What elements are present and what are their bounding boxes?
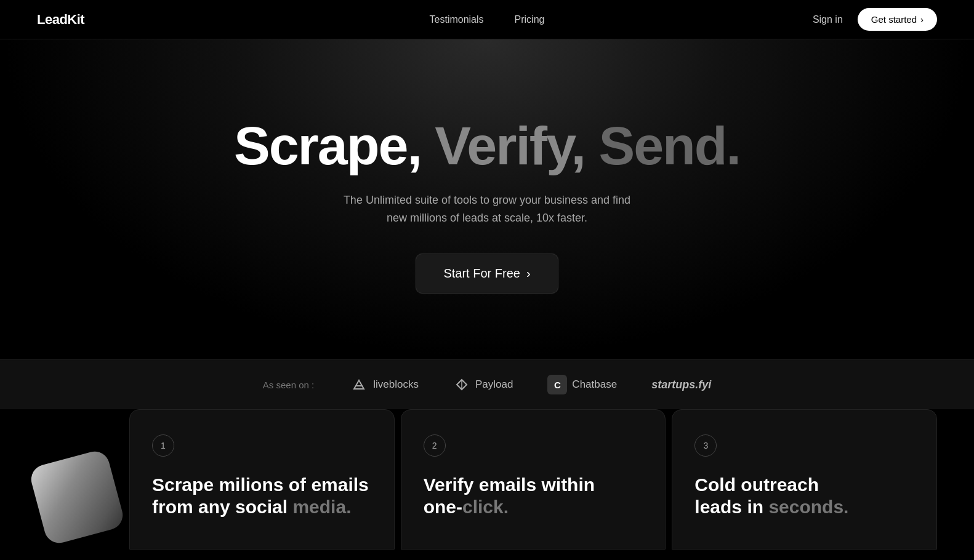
feature-2-line1: Verify emails within <box>424 474 595 495</box>
brand-logos: liveblocks Payload C Chatbase startups.f… <box>351 375 711 394</box>
brand-chatbase: C Chatbase <box>547 375 617 394</box>
as-seen-on-section: As seen on : liveblocks Payload <box>0 359 974 409</box>
chatbase-icon: C <box>547 375 567 394</box>
get-started-button[interactable]: Get started › <box>858 8 937 31</box>
get-started-arrow: › <box>920 14 924 25</box>
as-seen-label: As seen on : <box>263 380 314 390</box>
nav-item-pricing[interactable]: Pricing <box>515 14 545 25</box>
feature-card-3: 3 Cold outreach leads in seconds. <box>672 409 937 550</box>
feature-cards: 1 Scrape milions of emails from any soci… <box>129 409 937 550</box>
liveblocks-label: liveblocks <box>373 378 419 391</box>
brand-liveblocks: liveblocks <box>351 376 419 393</box>
feature-card-2: 2 Verify emails within one-click. <box>401 409 666 550</box>
hero-title-send: Send. <box>598 115 740 176</box>
step-3-circle: 3 <box>694 434 717 457</box>
feature-3-line1: Cold outreach <box>694 474 819 495</box>
brand-startups-fyi: startups.fyi <box>651 378 711 391</box>
feature-3-line2-main: leads in <box>694 497 768 517</box>
svg-marker-0 <box>354 380 364 389</box>
liveblocks-icon <box>351 376 368 393</box>
step-2-circle: 2 <box>424 434 446 457</box>
feature-title-3: Cold outreach leads in seconds. <box>694 474 914 518</box>
nav-links: Testimonials Pricing <box>430 14 545 25</box>
hero-subtitle-line1: The Unlimited suite of tools to grow you… <box>344 194 630 206</box>
feature-3-line2-accent: seconds. <box>768 497 848 517</box>
brand-payload: Payload <box>453 376 513 393</box>
feature-card-1: 1 Scrape milions of emails from any soci… <box>129 409 395 550</box>
feature-1-line2-accent: media. <box>292 497 351 517</box>
hero-title: Scrape, Verify, Send. <box>234 118 740 174</box>
hero-title-verify: Verify, <box>435 115 598 176</box>
hero-subtitle-line2: new millions of leads at scale, 10x fast… <box>387 212 587 224</box>
hero-section: Scrape, Verify, Send. The Unlimited suit… <box>0 39 974 359</box>
navbar: LeadKit Testimonials Pricing Sign in Get… <box>0 0 974 39</box>
nav-actions: Sign in Get started › <box>813 8 937 31</box>
hero-title-scrape: Scrape, <box>234 115 435 176</box>
feature-1-line2-main: from any social <box>152 497 292 517</box>
chatbase-label: Chatbase <box>572 378 617 391</box>
feature-title-2: Verify emails within one-click. <box>424 474 643 518</box>
feature-1-line1: Scrape milions of emails <box>152 474 369 495</box>
feature-2-line2-accent: click. <box>462 497 509 517</box>
payload-icon <box>453 376 470 393</box>
payload-label: Payload <box>475 378 513 391</box>
feature-2-line2-main: one- <box>424 497 462 517</box>
start-free-arrow: › <box>526 266 531 281</box>
get-started-label: Get started <box>871 14 917 25</box>
brand-logo[interactable]: LeadKit <box>37 12 84 28</box>
bottom-section: 1 Scrape milions of emails from any soci… <box>0 409 974 550</box>
step-1-circle: 1 <box>152 434 174 457</box>
hero-subtitle: The Unlimited suite of tools to grow you… <box>344 191 630 227</box>
start-free-label: Start For Free <box>443 266 520 281</box>
decorative-shape <box>28 448 126 546</box>
testimonials-link[interactable]: Testimonials <box>430 14 484 25</box>
nav-item-testimonials[interactable]: Testimonials <box>430 14 484 25</box>
pricing-link[interactable]: Pricing <box>515 14 545 25</box>
feature-title-1: Scrape milions of emails from any social… <box>152 474 372 518</box>
startupsfyi-label: startups.fyi <box>651 378 711 391</box>
start-free-button[interactable]: Start For Free › <box>416 254 558 294</box>
signin-link[interactable]: Sign in <box>813 14 843 25</box>
